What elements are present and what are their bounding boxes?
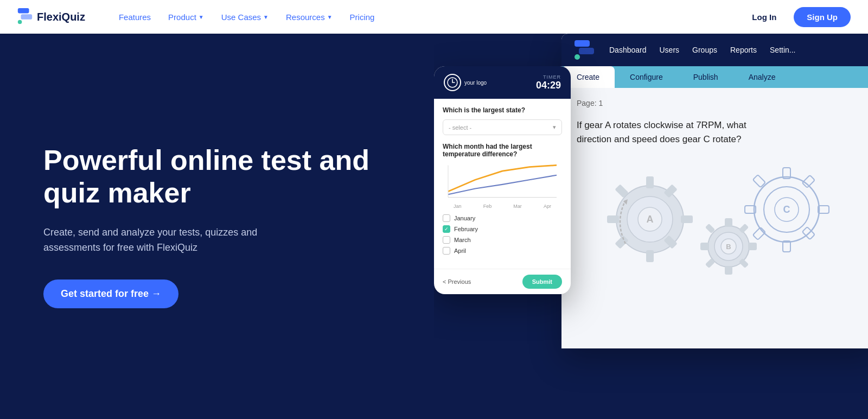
svg-rect-13 — [646, 250, 654, 262]
quiz-checkboxes: January ✓ February March April — [443, 214, 562, 255]
nav-resources[interactable]: Resources ▼ — [278, 8, 340, 26]
quiz-timer: TIMER 04:29 — [536, 74, 561, 91]
login-button[interactable]: Log In — [743, 8, 785, 26]
logo[interactable]: FlexiQuiz — [17, 8, 85, 26]
checkbox-january[interactable]: January — [443, 214, 562, 222]
svg-text:B: B — [726, 243, 731, 251]
navbar: FlexiQuiz Features Product ▼ Use Cases ▼… — [0, 0, 868, 34]
quiz-logo: your logo — [444, 74, 487, 91]
nav-features[interactable]: Features — [111, 8, 158, 26]
dashboard-logo — [575, 40, 594, 60]
quiz-timer-label: TIMER — [536, 74, 561, 80]
hero-right: your logo TIMER 04:29 Which is the large… — [434, 34, 868, 419]
dash-nav-settings[interactable]: Settin... — [770, 46, 795, 54]
svg-rect-43 — [753, 227, 765, 240]
brand-name: FlexiQuiz — [37, 11, 85, 23]
svg-rect-42 — [802, 175, 815, 188]
hero-title: Powerful online test and quiz maker — [43, 144, 408, 210]
nav-links: Features Product ▼ Use Cases ▼ Resources… — [111, 8, 743, 26]
svg-rect-14 — [607, 215, 619, 223]
hero-left: Powerful online test and quiz maker Crea… — [0, 34, 434, 419]
product-chevron: ▼ — [199, 14, 204, 20]
nav-product[interactable]: Product ▼ — [161, 8, 212, 26]
checkbox-march[interactable]: March — [443, 236, 562, 244]
quiz-body: Which is the largest state? - select - ▾… — [434, 99, 571, 269]
quiz-logo-text: your logo — [464, 80, 487, 86]
dash-nav-reports[interactable]: Reports — [730, 46, 757, 54]
tab-analyze[interactable]: Analyze — [733, 66, 791, 88]
svg-text:C: C — [783, 204, 790, 215]
quiz-footer: < Previous Submit — [434, 269, 571, 294]
signup-button[interactable]: Sign Up — [794, 7, 851, 27]
svg-rect-25 — [725, 218, 732, 227]
tab-configure[interactable]: Configure — [615, 66, 678, 88]
select-chevron: ▾ — [553, 124, 556, 131]
svg-rect-41 — [753, 175, 765, 187]
quiz-select[interactable]: - select - ▾ — [443, 119, 562, 135]
dash-nav-users[interactable]: Users — [660, 46, 680, 54]
svg-rect-15 — [681, 215, 693, 223]
dashboard-tabs: Create Configure Publish Analyze — [561, 66, 868, 88]
svg-rect-0 — [18, 8, 29, 13]
use-cases-chevron: ▼ — [263, 14, 269, 20]
dashboard-card: Dashboard Users Groups Reports Settin...… — [561, 34, 868, 348]
resources-chevron: ▼ — [327, 14, 333, 20]
hero-section: Powerful online test and quiz maker Crea… — [0, 34, 868, 419]
dashboard-question: If gear A rotates clockwise at 7RPM, wha… — [577, 118, 783, 146]
dash-nav-dashboard[interactable]: Dashboard — [609, 46, 647, 54]
svg-point-8 — [575, 54, 580, 60]
quiz-timer-value: 04:29 — [536, 80, 561, 91]
svg-rect-6 — [575, 40, 590, 47]
gear-a: A — [604, 173, 696, 265]
nav-actions: Log In Sign Up — [743, 7, 851, 27]
checkbox-box-february: ✓ — [443, 225, 450, 233]
dashboard-body: Page: 1 If gear A rotates clockwise at 7… — [561, 88, 868, 348]
mini-chart — [443, 162, 562, 200]
dashboard-header: Dashboard Users Groups Reports Settin... — [561, 34, 868, 66]
logo-icon — [17, 8, 33, 26]
checkbox-box-march — [443, 236, 450, 244]
svg-rect-26 — [725, 266, 732, 275]
quiz-header: your logo TIMER 04:29 — [434, 66, 571, 99]
quiz-logo-circle — [444, 74, 461, 91]
cta-button[interactable]: Get started for free → — [43, 280, 178, 308]
hero-subtitle: Create, send and analyze your tests, qui… — [43, 225, 304, 256]
dash-nav-groups[interactable]: Groups — [692, 46, 717, 54]
check-icon: ✓ — [444, 226, 449, 232]
checkbox-box-april — [443, 247, 450, 255]
nav-pricing[interactable]: Pricing — [342, 8, 382, 26]
gears-illustration: A — [577, 162, 864, 314]
svg-point-2 — [18, 20, 22, 24]
svg-rect-12 — [646, 176, 654, 188]
dashboard-nav: Dashboard Users Groups Reports Settin... — [609, 46, 795, 54]
svg-rect-7 — [579, 48, 594, 54]
svg-rect-27 — [700, 243, 709, 250]
checkbox-box-january — [443, 214, 450, 222]
quiz-question-1: Which is the largest state? — [443, 106, 562, 114]
page-label: Page: 1 — [577, 99, 864, 107]
quiz-question-2: Which month had the largest temperature … — [443, 143, 562, 158]
chart-labels: Jan Feb Mar Apr — [443, 204, 562, 209]
quiz-previous-button[interactable]: < Previous — [443, 278, 471, 285]
nav-use-cases[interactable]: Use Cases ▼ — [214, 8, 276, 26]
checkbox-april[interactable]: April — [443, 247, 562, 255]
tab-publish[interactable]: Publish — [678, 66, 733, 88]
checkbox-february[interactable]: ✓ February — [443, 225, 562, 233]
quiz-submit-button[interactable]: Submit — [522, 275, 562, 289]
svg-text:A: A — [647, 214, 654, 225]
gear-c: C — [742, 165, 832, 255]
quiz-card: your logo TIMER 04:29 Which is the large… — [434, 66, 571, 294]
svg-rect-1 — [21, 14, 32, 19]
